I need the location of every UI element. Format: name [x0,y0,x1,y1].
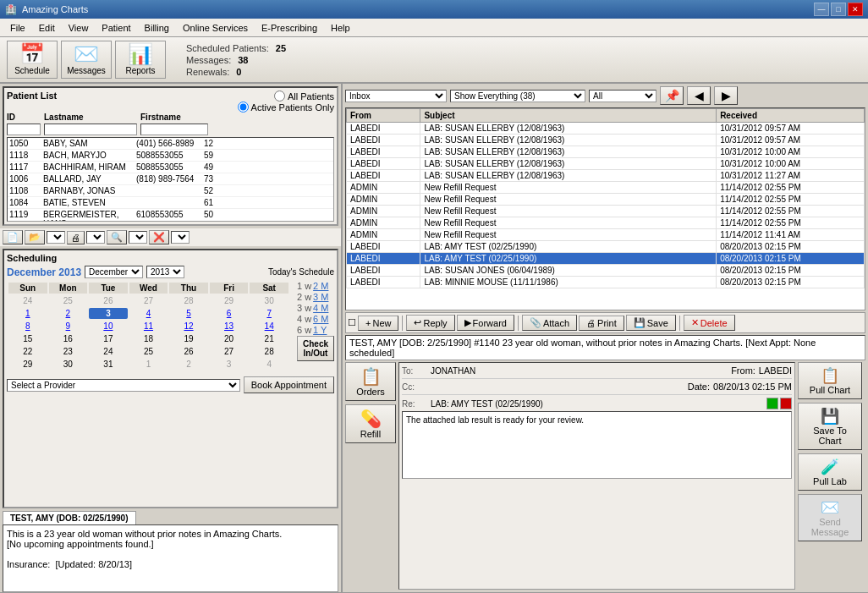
message-row[interactable]: LABEDI LAB: SUSAN ELLERBY (12/08/1963) 1… [347,146,865,158]
menu-patient[interactable]: Patient [95,21,137,35]
new-message-button[interactable]: + New [358,316,398,331]
calendar-day[interactable]: 30 [250,295,288,306]
refill-button[interactable]: 💊 Refill [345,404,396,443]
menu-online-services[interactable]: Online Services [176,21,255,35]
forward-button[interactable]: ▶ Forward [457,315,514,331]
calendar-day[interactable]: 19 [169,333,208,344]
menu-edit[interactable]: Edit [32,21,62,35]
attach-button[interactable]: 📎 Attach [522,315,577,331]
message-row[interactable]: LABEDI LAB: SUSAN JONES (06/04/1989) 08/… [347,265,865,277]
calendar-day[interactable]: 21 [250,333,288,344]
calendar-day[interactable]: 29 [8,359,47,370]
delete-button[interactable]: ✕ Delete [684,315,735,331]
menu-help[interactable]: Help [324,21,357,35]
close-button[interactable]: ✕ [848,3,863,16]
message-row[interactable]: ADMIN New Refill Request 11/14/2012 02:5… [347,206,865,217]
red-status-box[interactable] [780,398,792,409]
schedule-button[interactable]: 📅 Schedule [7,41,58,79]
search-dropdown[interactable] [129,231,147,244]
maximize-button[interactable]: □ [831,3,846,16]
message-row[interactable]: LABEDI LAB: SUSAN ELLERBY (12/08/1963) 1… [347,135,865,146]
all-patients-radio[interactable] [274,91,285,102]
calendar-day[interactable]: 10 [89,321,128,332]
calendar-day[interactable]: 23 [49,346,88,357]
menu-view[interactable]: View [62,21,96,35]
calendar-day[interactable]: 5 [169,308,208,319]
orders-button[interactable]: 📋 Orders [345,362,396,401]
calendar-day[interactable]: 1 [8,308,47,319]
print-button[interactable]: 🖨 [67,231,85,244]
menu-billing[interactable]: Billing [138,21,176,35]
search-id-input[interactable] [7,124,41,135]
calendar-day[interactable]: 29 [210,295,249,306]
table-row[interactable]: 1084BATIE, STEVEN61 [8,197,333,209]
delete-button[interactable]: ❌ [149,230,169,244]
calendar-day[interactable]: 2 [169,359,208,370]
patient-tab[interactable]: TEST, AMY (DOB: 02/25/1990) [3,511,136,524]
all-select[interactable]: All [589,90,656,102]
pull-lab-button[interactable]: 🧪 Pull Lab [798,453,862,491]
open-patient-button[interactable]: 📂 [25,230,45,244]
calendar-day[interactable]: 27 [129,295,168,306]
prev-button[interactable]: ◀ [687,86,711,105]
year-select[interactable]: 2013 [146,266,184,278]
calendar-day[interactable]: 15 [8,333,47,344]
save-message-button[interactable]: 💾 Save [626,315,676,331]
calendar-day[interactable]: 4 [129,308,168,319]
inbox-folder-select[interactable]: Inbox [345,90,447,102]
table-row[interactable]: 1050BABY, SAM(401) 566-898912 [8,138,333,150]
calendar-day[interactable]: 24 [8,295,47,306]
menu-file[interactable]: File [3,21,32,35]
month-select[interactable]: December [85,266,143,278]
calendar-day[interactable]: 31 [89,359,128,370]
new-patient-button[interactable]: 📄 [3,230,23,244]
calendar-day[interactable]: 3 [210,359,249,370]
calendar-day[interactable]: 28 [250,346,288,357]
green-status-box[interactable] [766,398,778,409]
check-in-out-button[interactable]: Check In/Out [297,336,334,361]
table-row[interactable]: 1117BACHHIRAM, HIRAM508855305549 [8,162,333,173]
message-row[interactable]: LABEDI LAB: MINNIE MOUSE (11/11/1986) 08… [347,277,865,288]
schedule-item[interactable]: 4 w 6 M [297,314,334,324]
reports-button[interactable]: 📊 Reports [115,41,166,79]
calendar-day[interactable]: 7 [250,308,288,319]
calendar-day[interactable]: 28 [169,295,208,306]
search-firstname-input[interactable] [140,124,208,135]
message-row[interactable]: ADMIN New Refill Request 11/14/2012 02:5… [347,194,865,206]
calendar-day[interactable]: 27 [210,346,249,357]
calendar-day[interactable]: 26 [169,346,208,357]
pin-button[interactable]: 📌 [660,86,684,105]
calendar-day[interactable]: 20 [210,333,249,344]
reply-button[interactable]: ↩ Reply [406,315,454,331]
schedule-item[interactable]: 6 w 1 Y [297,325,334,335]
calendar-day[interactable]: 2 [49,308,88,319]
message-row[interactable]: ADMIN New Refill Request 11/14/2012 02:5… [347,182,865,194]
calendar-day[interactable]: 12 [169,321,208,332]
calendar-day[interactable]: 1 [129,359,168,370]
active-patients-radio[interactable] [238,102,249,113]
calendar-day[interactable]: 25 [49,295,88,306]
calendar-day[interactable]: 9 [49,321,88,332]
calendar-day[interactable]: 18 [129,333,168,344]
calendar-day[interactable]: 16 [49,333,88,344]
calendar-day[interactable]: 11 [129,321,168,332]
save-to-chart-button[interactable]: 💾 Save To Chart [798,403,862,450]
message-row[interactable]: LABEDI LAB: SUSAN ELLERBY (12/08/1963) 1… [347,158,865,170]
table-row[interactable]: 1119BERGERMEISTER, HANS610855305550 [8,209,333,222]
calendar-day[interactable]: 14 [250,321,288,332]
message-row[interactable]: LABEDI LAB: AMY TEST (02/25/1990) 08/20/… [347,253,865,265]
calendar-day[interactable]: 22 [8,346,47,357]
calendar-day[interactable]: 13 [210,321,249,332]
calendar-day[interactable]: 4 [250,359,288,370]
message-row[interactable]: ADMIN New Refill Request 11/14/2012 02:5… [347,217,865,229]
calendar-day[interactable]: 25 [129,346,168,357]
search-button[interactable]: 🔍 [107,230,127,244]
menu-eprescribing[interactable]: E-Prescribing [255,21,324,35]
next-button[interactable]: ▶ [714,86,738,105]
calendar-day-today[interactable]: 3 [89,308,128,319]
message-row[interactable]: LABEDI LAB: SUSAN ELLERBY (12/08/1963) 1… [347,170,865,182]
table-row[interactable]: 1006BALLARD, JAY(818) 989-756473 [8,173,333,185]
pull-chart-button[interactable]: 📋 Pull Chart [798,362,862,399]
table-row[interactable]: 1118BACH, MARYJO508855305559 [8,150,333,162]
calendar-day[interactable]: 30 [49,359,88,370]
